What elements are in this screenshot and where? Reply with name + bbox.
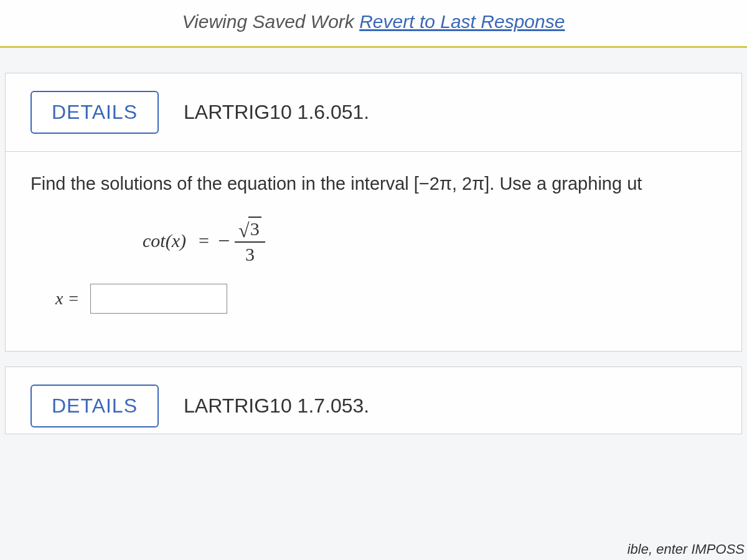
answer-input[interactable] (90, 284, 227, 314)
hint-fragment: ible, enter IMPOSS (627, 541, 745, 558)
question-instruction: Find the solutions of the equation in th… (31, 170, 716, 198)
equation-sign: − (218, 229, 230, 253)
equation-equals: = (199, 230, 209, 251)
sqrt-value: 3 (248, 217, 261, 240)
question-header-1: DETAILS LARTRIG10 1.6.051. (6, 91, 741, 152)
answer-label: x = (55, 289, 79, 309)
question-reference: LARTRIG10 1.6.051. (184, 101, 369, 124)
details-button[interactable]: DETAILS (31, 385, 159, 427)
fraction-denominator: 3 (245, 243, 255, 265)
equation: cot(x) = − √ 3 3 (143, 217, 716, 265)
revert-link[interactable]: Revert to Last Response (359, 11, 565, 32)
banner-prefix: Viewing Saved Work (182, 11, 360, 32)
question-block-1: DETAILS LARTRIG10 1.6.051. Find the solu… (5, 73, 742, 352)
question-body: Find the solutions of the equation in th… (6, 152, 741, 314)
equation-fraction: √ 3 3 (235, 217, 265, 265)
saved-work-banner: Viewing Saved Work Revert to Last Respon… (0, 0, 747, 48)
fraction-numerator: √ 3 (235, 217, 265, 243)
answer-row: x = (55, 284, 716, 314)
question-header-2: DETAILS LARTRIG10 1.7.053. (31, 385, 716, 427)
details-button[interactable]: DETAILS (31, 91, 159, 134)
question-block-2: DETAILS LARTRIG10 1.7.053. (5, 366, 742, 434)
equation-function: cot(x) (143, 230, 186, 251)
question-reference: LARTRIG10 1.7.053. (184, 394, 369, 418)
